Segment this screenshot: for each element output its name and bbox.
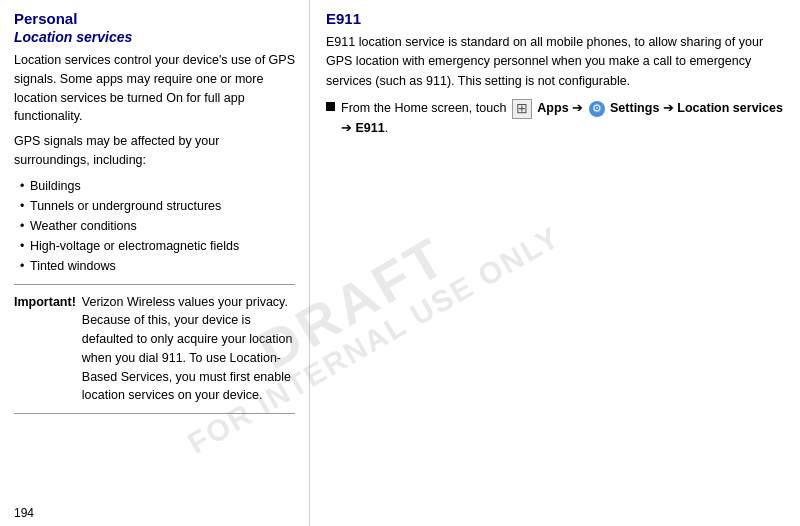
right-column: E911 E911 location service is standard o… xyxy=(310,0,800,526)
intro-text-1: Location services control your device's … xyxy=(14,51,295,126)
location-services-label: Location services xyxy=(677,101,783,115)
left-column: Personal Location services Location serv… xyxy=(0,0,310,526)
e911-nav-label: E911 xyxy=(355,121,384,135)
intro-text-2: GPS signals may be affected by your surr… xyxy=(14,132,295,170)
bullet-buildings: Buildings xyxy=(20,176,295,196)
settings-label: Settings xyxy=(610,101,659,115)
page-number: 194 xyxy=(14,506,34,520)
subsection-title: Location services xyxy=(14,29,295,45)
apps-icon xyxy=(512,99,532,119)
period: . xyxy=(385,121,388,135)
bullet-weather: Weather conditions xyxy=(20,216,295,236)
divider-top xyxy=(14,284,295,285)
bullet-list: Buildings Tunnels or underground structu… xyxy=(14,176,295,276)
bullet-highvoltage: High-voltage or electromagnetic fields xyxy=(20,236,295,256)
arrow3: ➔ xyxy=(341,121,355,135)
settings-icon xyxy=(589,101,605,117)
arrow1: ➔ xyxy=(572,101,586,115)
page-container: Personal Location services Location serv… xyxy=(0,0,800,526)
apps-label: Apps xyxy=(537,101,568,115)
section-title: Personal xyxy=(14,10,295,27)
divider-bottom xyxy=(14,413,295,414)
e911-body: E911 location service is standard on all… xyxy=(326,33,784,91)
instruction-prefix: From the Home screen, touch xyxy=(341,101,506,115)
instruction-text: From the Home screen, touch Apps ➔ Setti… xyxy=(341,99,784,138)
arrow2: ➔ xyxy=(663,101,677,115)
bullet-tunnels: Tunnels or underground structures xyxy=(20,196,295,216)
important-label: Important! xyxy=(14,293,76,406)
important-block: Important! Verizon Wireless values your … xyxy=(14,293,295,406)
important-text: Verizon Wireless values your privacy. Be… xyxy=(82,293,295,406)
square-bullet-icon xyxy=(326,102,335,111)
bullet-tinted: Tinted windows xyxy=(20,256,295,276)
instruction-item: From the Home screen, touch Apps ➔ Setti… xyxy=(326,99,784,138)
e911-title: E911 xyxy=(326,10,784,27)
